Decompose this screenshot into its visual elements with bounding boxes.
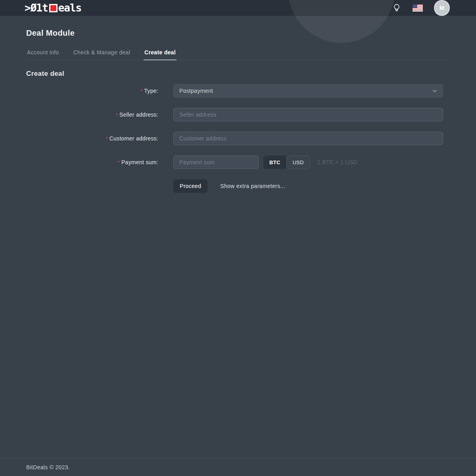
tab-check-manage-deal[interactable]: Check & Manage deal (73, 48, 131, 60)
customer-address-input[interactable] (173, 132, 443, 145)
footer: BitDeals © 2023. (0, 458, 476, 476)
theme-toggle-button[interactable] (392, 2, 401, 13)
app-root: >Ø1t eals M (0, 0, 476, 476)
currency-toggle: BTC USD (263, 155, 310, 169)
required-marker: * (140, 88, 142, 94)
type-field: Postpayment (173, 84, 443, 98)
type-select[interactable]: Postpayment (173, 84, 443, 98)
top-bar-actions: M (392, 0, 450, 16)
section-title: Create deal (26, 70, 450, 78)
avatar-letter: M (440, 5, 444, 11)
avatar[interactable]: M (434, 0, 450, 16)
form-row-seller: *Seller address: (26, 108, 450, 121)
language-us-flag-icon[interactable] (413, 4, 423, 12)
footer-copyright: BitDeals © 2023. (26, 464, 70, 470)
tab-account-info[interactable]: Account info (26, 48, 60, 60)
show-extra-parameters-link[interactable]: Show extra parameters... (220, 183, 285, 189)
seller-label: *Seller address: (26, 111, 158, 118)
payment-sum-input[interactable] (173, 155, 259, 169)
customer-label: *Customer address: (26, 135, 158, 142)
tab-create-deal[interactable]: Create deal (144, 48, 177, 60)
form-actions: Proceed Show extra parameters... (173, 179, 450, 193)
type-label: *Type: (26, 88, 158, 94)
currency-option-usd[interactable]: USD (286, 155, 310, 169)
logo-d-square-icon (49, 4, 58, 12)
payment-sum-field: BTC USD 1 BTC = 1 USD (173, 155, 357, 169)
logo[interactable]: >Ø1t eals (25, 2, 81, 14)
main-area: Deal Module Account info Check & Manage … (0, 16, 476, 458)
type-select-value: Postpayment (179, 88, 213, 94)
us-flag-canton (413, 4, 417, 8)
create-deal-form: *Type: Postpayment (26, 84, 450, 193)
form-row-customer: *Customer address: (26, 132, 450, 145)
top-bar-inner: >Ø1t eals M (0, 0, 476, 16)
payment-sum-label: *Payment sum: (26, 159, 158, 165)
chevron-down-icon (432, 88, 438, 94)
top-bar: >Ø1t eals M (0, 0, 476, 16)
form-row-payment-sum: *Payment sum: BTC USD 1 BTC = 1 USD (26, 155, 450, 169)
logo-prefix: >Ø1t (25, 2, 48, 14)
logo-suffix: eals (58, 2, 82, 14)
content-container: Deal Module Account info Check & Manage … (26, 29, 450, 193)
required-marker: * (106, 136, 107, 142)
required-marker: * (116, 112, 118, 118)
page-title: Deal Module (26, 29, 450, 38)
tab-bar: Account info Check & Manage deal Create … (26, 48, 450, 60)
lightbulb-icon (393, 4, 400, 12)
required-marker: * (118, 159, 120, 165)
currency-option-btc[interactable]: BTC (263, 155, 286, 169)
seller-field (173, 108, 443, 121)
customer-field (173, 132, 443, 145)
proceed-button[interactable]: Proceed (173, 179, 207, 193)
exchange-rate-text: 1 BTC = 1 USD (317, 159, 357, 165)
form-row-type: *Type: Postpayment (26, 84, 450, 98)
seller-address-input[interactable] (173, 108, 443, 121)
